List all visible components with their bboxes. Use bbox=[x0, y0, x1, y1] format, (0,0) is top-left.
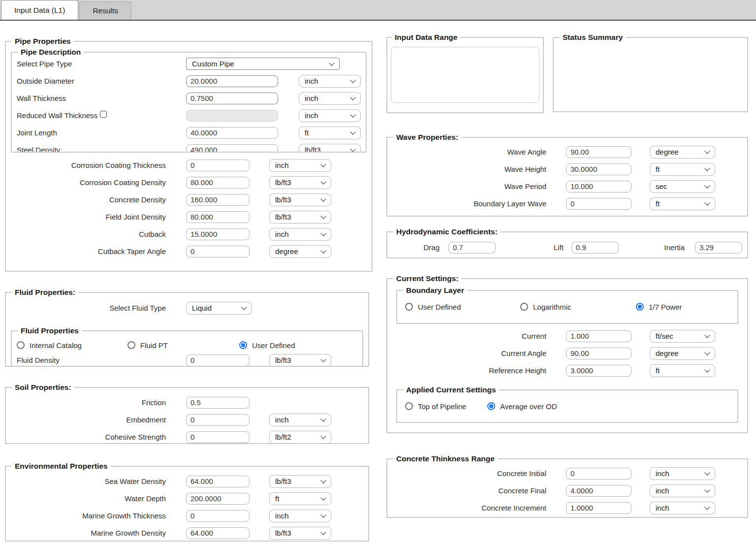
friction-row: Friction bbox=[11, 396, 363, 409]
unit-select-value: inch bbox=[656, 504, 669, 512]
chevron-down-icon bbox=[320, 529, 326, 535]
reference-height-unit-select[interactable]: ft bbox=[650, 364, 715, 377]
corrosion-coating-thickness-unit-select[interactable]: inch bbox=[269, 159, 331, 172]
boundary-layer-wave-input[interactable] bbox=[566, 198, 631, 210]
corrosion-coating-thickness-input[interactable] bbox=[186, 160, 250, 171]
radio-bl-one-seventh-power[interactable]: 1/7 Power bbox=[636, 303, 682, 311]
fluid-properties-inner-group: Fluid Properties Internal Catalog Fluid … bbox=[11, 326, 363, 367]
fluid-density-input[interactable] bbox=[186, 354, 250, 366]
tab-results[interactable]: Results bbox=[79, 1, 131, 20]
drag-input[interactable] bbox=[448, 242, 496, 254]
radio-bl-user-defined[interactable]: User Defined bbox=[405, 303, 520, 311]
current-angle-input[interactable] bbox=[566, 348, 631, 359]
radio-average-over-od[interactable]: Average over OD bbox=[487, 402, 557, 411]
marine-growth-density-input[interactable] bbox=[186, 527, 250, 539]
radio-fluid-pt[interactable]: Fluid PT bbox=[127, 341, 239, 350]
boundary-layer-wave-unit-select[interactable]: ft bbox=[650, 197, 715, 210]
concrete-density-label: Concrete Density bbox=[11, 195, 186, 204]
concrete-initial-input[interactable] bbox=[566, 468, 631, 480]
fluid-density-unit-select[interactable]: lb/ft3 bbox=[269, 354, 331, 367]
reduced-wall-thickness-unit-select[interactable]: inch bbox=[299, 109, 361, 122]
wall-thickness-input[interactable] bbox=[186, 93, 278, 104]
sea-water-density-input[interactable] bbox=[186, 476, 250, 487]
input-data-range-group: Input Data Range bbox=[386, 33, 544, 113]
outside-diameter-input[interactable] bbox=[186, 75, 278, 87]
chevron-down-icon bbox=[241, 304, 247, 310]
concrete-density-unit-select[interactable]: lb/ft3 bbox=[269, 193, 331, 206]
wave-height-unit-select[interactable]: ft bbox=[650, 163, 715, 176]
concrete-final-unit-select[interactable]: inch bbox=[650, 484, 715, 497]
chevron-down-icon bbox=[320, 512, 326, 517]
wave-height-row: Wave Height ft bbox=[392, 163, 742, 175]
inertia-label: Inertia bbox=[619, 243, 685, 252]
concrete-final-input[interactable] bbox=[566, 485, 631, 497]
reduced-wall-thickness-checkbox[interactable] bbox=[100, 111, 107, 118]
field-joint-density-input[interactable] bbox=[186, 211, 250, 223]
radio-user-defined[interactable]: User Defined bbox=[239, 341, 295, 350]
steel-density-unit-select[interactable]: lb/ft3 bbox=[299, 144, 361, 153]
chevron-down-icon bbox=[320, 161, 326, 167]
current-input[interactable] bbox=[566, 330, 631, 342]
wall-thickness-unit-select[interactable]: inch bbox=[299, 92, 361, 105]
marine-growth-density-unit-select[interactable]: lb/ft3 bbox=[269, 527, 331, 540]
radio-bl-logarithmic[interactable]: Logarithmic bbox=[520, 303, 636, 311]
concrete-density-input[interactable] bbox=[186, 194, 250, 206]
wave-angle-unit-select[interactable]: degree bbox=[650, 146, 715, 159]
pipe-type-select[interactable]: Custom Pipe bbox=[186, 58, 340, 70]
current-unit-select[interactable]: ft/sec bbox=[650, 330, 715, 343]
cohesive-strength-input[interactable] bbox=[186, 431, 250, 443]
current-angle-unit-select[interactable]: degree bbox=[650, 347, 715, 360]
tab-input-data[interactable]: Input Data (L1) bbox=[1, 0, 78, 20]
marine-growth-thickness-input[interactable] bbox=[186, 510, 250, 522]
joint-length-input[interactable] bbox=[186, 127, 278, 139]
unit-select-value: degree bbox=[656, 148, 679, 156]
cohesive-strength-unit-select[interactable]: lb/ft2 bbox=[269, 431, 331, 444]
radio-internal-catalog[interactable]: Internal Catalog bbox=[17, 341, 127, 350]
unit-select-value: lb/ft3 bbox=[275, 195, 291, 204]
concrete-initial-unit-select[interactable]: inch bbox=[650, 467, 715, 480]
reference-height-input[interactable] bbox=[566, 365, 631, 377]
lift-input[interactable] bbox=[571, 242, 619, 254]
cutback-taper-angle-input[interactable] bbox=[186, 246, 250, 257]
inertia-input[interactable] bbox=[695, 242, 742, 254]
cutback-label: Cutback bbox=[11, 230, 186, 238]
chevron-down-icon bbox=[320, 416, 326, 421]
cutback-unit-select[interactable]: inch bbox=[269, 228, 331, 241]
steel-density-input[interactable] bbox=[186, 144, 278, 153]
water-depth-input[interactable] bbox=[186, 493, 250, 505]
wave-angle-input[interactable] bbox=[566, 146, 631, 158]
corrosion-coating-density-input[interactable] bbox=[186, 177, 250, 189]
embedment-input[interactable] bbox=[186, 414, 250, 426]
marine-growth-thickness-unit-select[interactable]: inch bbox=[269, 510, 331, 522]
outside-diameter-unit-select[interactable]: inch bbox=[299, 75, 361, 88]
fluid-type-select[interactable]: Liquid bbox=[186, 302, 252, 315]
sea-water-density-label: Sea Water Density bbox=[11, 477, 186, 485]
field-joint-density-unit-select[interactable]: lb/ft3 bbox=[269, 211, 331, 224]
hydrodynamic-coefficients-group: Hydrodynamic Coefficients: Drag Lift Ine… bbox=[386, 227, 748, 258]
concrete-increment-unit-select[interactable]: inch bbox=[650, 502, 715, 514]
chevron-down-icon bbox=[704, 165, 710, 171]
concrete-increment-input[interactable] bbox=[566, 502, 631, 514]
sea-water-density-unit-select[interactable]: lb/ft3 bbox=[269, 475, 331, 488]
wave-height-input[interactable] bbox=[566, 163, 631, 175]
embedment-unit-select[interactable]: inch bbox=[269, 414, 331, 426]
friction-input[interactable] bbox=[186, 397, 250, 409]
water-depth-unit-select[interactable]: ft bbox=[269, 492, 331, 505]
soil-properties-group: Soil Properties: Friction Embedment inch… bbox=[5, 383, 369, 444]
input-data-range-box[interactable] bbox=[391, 47, 539, 103]
joint-length-unit-select[interactable]: ft bbox=[299, 127, 361, 139]
radio-top-of-pipeline[interactable]: Top of Pipeline bbox=[405, 402, 487, 411]
corrosion-coating-density-unit-select[interactable]: lb/ft3 bbox=[269, 176, 331, 189]
chevron-down-icon bbox=[704, 350, 710, 355]
cutback-input[interactable] bbox=[186, 228, 250, 240]
chevron-down-icon bbox=[704, 504, 710, 510]
fluid-properties-group: Fluid Properties: Select Fluid Type Liqu… bbox=[5, 288, 369, 367]
chevron-down-icon bbox=[704, 200, 710, 205]
wave-period-input[interactable] bbox=[566, 181, 631, 192]
environmental-properties-group: Environmental Properties Sea Water Densi… bbox=[5, 462, 369, 542]
water-depth-row: Water Depth ft bbox=[11, 492, 363, 505]
wave-period-unit-select[interactable]: sec bbox=[650, 180, 715, 193]
cutback-taper-angle-unit-select[interactable]: degree bbox=[269, 245, 331, 258]
main-content: Pipe Properties Pipe Description Select … bbox=[0, 21, 756, 542]
chevron-down-icon bbox=[704, 183, 710, 188]
